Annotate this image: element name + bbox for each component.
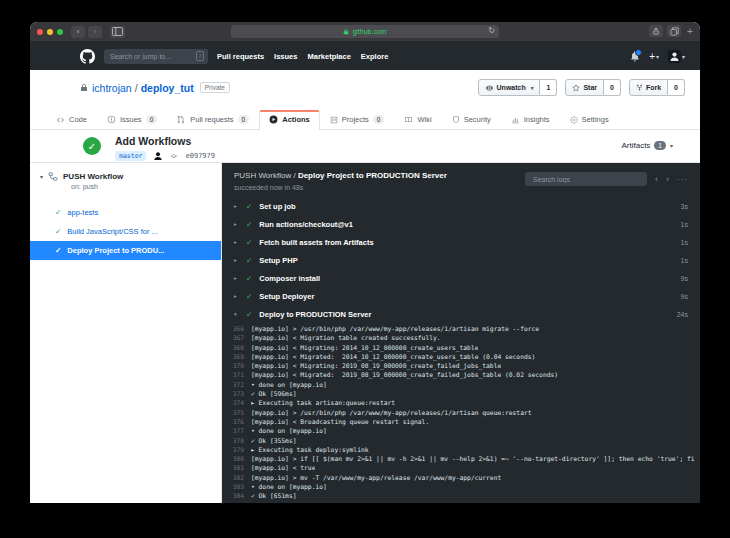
disclosure-triangle-icon[interactable]: ▾ <box>40 173 43 180</box>
person-icon <box>153 151 163 161</box>
step-duration: 9s <box>681 293 688 300</box>
tab-issues[interactable]: Issues0 <box>97 109 167 130</box>
step-run-actions-checkout-v1[interactable]: ▸✓Run actions/checkout@v11s <box>222 215 700 233</box>
next-match-button[interactable]: › <box>666 175 669 184</box>
log-search-input[interactable] <box>531 175 641 184</box>
unread-notifications-dot <box>635 49 642 56</box>
log-line-text: ► Executing task deploy:unlock <box>251 501 365 503</box>
minimize-window-button[interactable] <box>47 29 53 35</box>
browser-share-button[interactable] <box>649 25 663 37</box>
unwatch-count[interactable]: 1 <box>540 79 557 96</box>
global-search[interactable]: / <box>104 49 208 64</box>
prev-match-button[interactable]: ‹ <box>655 175 658 184</box>
step-composer-install[interactable]: ▸✓Composer install9s <box>222 269 700 287</box>
log-line-text: [myapp.io] < Broadcasting queue restart … <box>251 417 429 426</box>
triangle-right-icon[interactable]: ▸ <box>234 293 239 299</box>
search-shortcut-badge: / <box>196 51 204 61</box>
triangle-down-icon[interactable]: ▾ <box>234 311 239 317</box>
log-line: 378✓ Ok [355ms] <box>222 436 700 445</box>
success-check-icon: ✓ <box>246 202 252 211</box>
job-deploy-project-to-produ[interactable]: ✓Deploy Project to PRODU... <box>30 241 221 260</box>
browser-forward-button[interactable]: › <box>88 26 102 38</box>
github-nav: Pull requestsIssuesMarketplaceExplore <box>217 52 388 61</box>
log-line-list: 366[myapp.io] > /usr/bin/php /var/www/my… <box>222 323 700 503</box>
nav-item-pull-requests[interactable]: Pull requests <box>217 52 264 61</box>
log-line-number: 377 <box>222 426 251 435</box>
nav-item-explore[interactable]: Explore <box>361 52 389 61</box>
step-setup-php[interactable]: ▸✓Setup PHP1s <box>222 251 700 269</box>
workflow-icon <box>48 172 58 181</box>
browser-tabs-overview-button[interactable] <box>667 25 681 37</box>
log-line-text: • done on [myapp.io] <box>251 426 327 435</box>
log-line: 379► Executing task deploy:symlink <box>222 445 700 454</box>
step-name: Deploy to PRODUCTION Server <box>259 310 371 319</box>
tab-actions[interactable]: Actions <box>259 110 320 130</box>
tab-count-badge: 0 <box>146 115 158 124</box>
step-deploy-to-production-server[interactable]: ▾✓Deploy to PRODUCTION Server24s <box>222 305 700 323</box>
log-line-number: 366 <box>222 324 251 333</box>
tab-settings[interactable]: Settings <box>560 109 619 130</box>
browser-address-bar[interactable]: github.com ↻ <box>231 25 499 38</box>
triangle-right-icon[interactable]: ▸ <box>234 203 239 209</box>
artifacts-dropdown[interactable]: Artifacts 1 ▾ <box>621 141 673 150</box>
log-line-text: ► Executing task artisan:queue:restart <box>251 398 395 407</box>
tab-insights[interactable]: Insights <box>501 109 560 130</box>
unwatch-button-group: Unwatch▾1 <box>478 79 558 96</box>
log-workflow-name: PUSH Workflow / <box>234 171 296 180</box>
star-button[interactable]: Star <box>565 79 604 96</box>
step-set-up-job[interactable]: ▸✓Set up job3s <box>222 197 700 215</box>
log-search[interactable] <box>525 172 647 186</box>
browser-back-button[interactable]: ‹ <box>71 26 85 38</box>
eye-icon <box>485 84 494 92</box>
job-build-javascript-css-for[interactable]: ✓Build JavaScript/CSS for ... <box>30 222 221 241</box>
log-line-text: ✓ Ok [596ms] <box>251 389 297 398</box>
triangle-right-icon[interactable]: ▸ <box>234 221 239 227</box>
global-search-input[interactable] <box>108 52 193 61</box>
close-window-button[interactable] <box>37 29 43 35</box>
workflow-trigger: on: push <box>30 183 221 190</box>
triangle-right-icon[interactable]: ▸ <box>234 275 239 281</box>
step-setup-deployer[interactable]: ▸✓Setup Deployer9s <box>222 287 700 305</box>
nav-item-marketplace[interactable]: Marketplace <box>307 52 350 61</box>
job-label: Deploy Project to PRODU... <box>67 246 164 255</box>
log-line-number: 382 <box>222 473 251 482</box>
committer-avatar[interactable] <box>152 150 163 161</box>
browser-sidebar-button[interactable] <box>110 26 125 38</box>
reload-icon[interactable]: ↻ <box>488 26 495 35</box>
log-line-number: 376 <box>222 417 251 426</box>
tab-pull-requests[interactable]: Pull requests0 <box>167 109 259 130</box>
tab-code[interactable]: Code <box>46 109 97 130</box>
tab-projects[interactable]: Projects0 <box>320 109 395 130</box>
workflow-group-header[interactable]: ▾ PUSH Workflow <box>30 172 221 181</box>
branch-badge[interactable]: master <box>115 151 146 161</box>
triangle-right-icon[interactable]: ▸ <box>234 257 239 263</box>
tab-wiki[interactable]: Wiki <box>394 109 441 130</box>
log-panel: PUSH Workflow / Deploy Project to PRODUC… <box>222 163 700 503</box>
repo-name-link[interactable]: deploy_tut <box>141 82 194 94</box>
log-steps: ▸✓Set up job3s▸✓Run actions/checkout@v11… <box>222 197 700 503</box>
log-line-number: 374 <box>222 398 251 407</box>
star-count[interactable]: 0 <box>604 79 621 96</box>
fork-count[interactable]: 0 <box>668 79 685 96</box>
fullscreen-window-button[interactable] <box>57 29 63 35</box>
job-app-tests[interactable]: ✓app-tests <box>30 203 221 222</box>
repo-owner-link[interactable]: ichtrojan <box>92 82 132 94</box>
user-menu-button[interactable]: ▾ <box>668 50 685 63</box>
step-fetch-built-assets-from-artifacts[interactable]: ▸✓Fetch built assets from Artifacts1s <box>222 233 700 251</box>
browser-new-tab-button[interactable]: + <box>685 25 695 37</box>
unwatch-button[interactable]: Unwatch▾ <box>478 79 541 96</box>
github-logo-icon[interactable] <box>80 49 95 64</box>
log-line-number: 378 <box>222 436 251 445</box>
log-line: 384✓ Ok [651ms] <box>222 491 700 500</box>
log-line-number: 381 <box>222 463 251 472</box>
commit-sha-link[interactable]: e097979 <box>185 152 215 160</box>
kebab-menu-icon[interactable]: ··· <box>677 175 688 184</box>
play-circle-icon <box>269 115 278 124</box>
fork-button[interactable]: Fork <box>629 79 668 96</box>
create-new-button[interactable]: +▾ <box>649 51 659 62</box>
tab-security[interactable]: Security <box>442 109 501 130</box>
nav-item-issues[interactable]: Issues <box>274 52 297 61</box>
triangle-right-icon[interactable]: ▸ <box>234 239 239 245</box>
step-name: Setup PHP <box>259 256 297 265</box>
notifications-button[interactable] <box>630 51 640 62</box>
